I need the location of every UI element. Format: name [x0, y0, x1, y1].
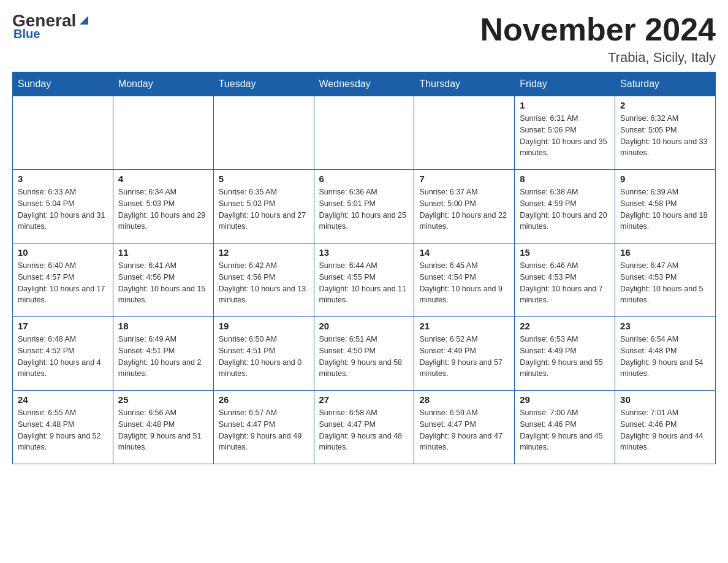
day-info: Sunrise: 6:35 AMSunset: 5:02 PMDaylight:… — [219, 186, 309, 232]
calendar-cell: 21Sunrise: 6:52 AMSunset: 4:49 PMDayligh… — [414, 317, 515, 391]
day-number: 15 — [520, 247, 610, 258]
calendar-cell: 14Sunrise: 6:45 AMSunset: 4:54 PMDayligh… — [414, 243, 515, 317]
day-number: 24 — [18, 394, 108, 405]
svg-marker-0 — [80, 16, 88, 25]
calendar-cell: 5Sunrise: 6:35 AMSunset: 5:02 PMDaylight… — [213, 170, 314, 243]
calendar-cell: 18Sunrise: 6:49 AMSunset: 4:51 PMDayligh… — [113, 317, 213, 391]
day-info: Sunrise: 6:49 AMSunset: 4:51 PMDaylight:… — [118, 334, 208, 380]
day-number: 20 — [319, 321, 409, 331]
calendar-cell: 28Sunrise: 6:59 AMSunset: 4:47 PMDayligh… — [414, 391, 515, 464]
day-info: Sunrise: 6:36 AMSunset: 5:01 PMDaylight:… — [319, 186, 409, 232]
day-number: 22 — [520, 321, 610, 331]
weekday-header-saturday: Saturday — [615, 72, 716, 96]
weekday-header-wednesday: Wednesday — [314, 72, 414, 96]
day-number: 4 — [118, 174, 208, 184]
calendar-cell: 11Sunrise: 6:41 AMSunset: 4:56 PMDayligh… — [113, 243, 213, 317]
calendar-cell: 8Sunrise: 6:38 AMSunset: 4:59 PMDaylight… — [515, 170, 615, 243]
calendar-cell — [213, 96, 314, 170]
calendar-cell: 4Sunrise: 6:34 AMSunset: 5:03 PMDaylight… — [113, 170, 213, 243]
calendar-cell — [314, 96, 414, 170]
day-info: Sunrise: 6:31 AMSunset: 5:06 PMDaylight:… — [520, 113, 610, 159]
day-info: Sunrise: 6:32 AMSunset: 5:05 PMDaylight:… — [620, 113, 710, 159]
day-number: 7 — [419, 174, 509, 184]
month-title: November 2024 — [480, 12, 716, 47]
title-section: November 2024 Trabia, Sicily, Italy — [480, 12, 716, 66]
weekday-header-tuesday: Tuesday — [213, 72, 314, 96]
calendar-cell: 26Sunrise: 6:57 AMSunset: 4:47 PMDayligh… — [213, 391, 314, 464]
calendar-cell: 13Sunrise: 6:44 AMSunset: 4:55 PMDayligh… — [314, 243, 414, 317]
logo: General Blue — [12, 12, 91, 41]
calendar-cell: 7Sunrise: 6:37 AMSunset: 5:00 PMDaylight… — [414, 170, 515, 243]
calendar-cell — [13, 96, 113, 170]
day-info: Sunrise: 7:01 AMSunset: 4:46 PMDaylight:… — [620, 407, 710, 453]
day-number: 26 — [219, 394, 309, 405]
calendar-cell: 23Sunrise: 6:54 AMSunset: 4:48 PMDayligh… — [615, 317, 716, 391]
calendar-cell: 9Sunrise: 6:39 AMSunset: 4:58 PMDaylight… — [615, 170, 716, 243]
calendar-cell: 1Sunrise: 6:31 AMSunset: 5:06 PMDaylight… — [515, 96, 615, 170]
calendar-table: SundayMondayTuesdayWednesdayThursdayFrid… — [12, 72, 716, 464]
day-info: Sunrise: 6:41 AMSunset: 4:56 PMDaylight:… — [118, 260, 208, 306]
calendar-cell: 17Sunrise: 6:48 AMSunset: 4:52 PMDayligh… — [13, 317, 113, 391]
calendar-cell: 16Sunrise: 6:47 AMSunset: 4:53 PMDayligh… — [615, 243, 716, 317]
day-number: 3 — [18, 174, 108, 184]
calendar-cell: 25Sunrise: 6:56 AMSunset: 4:48 PMDayligh… — [113, 391, 213, 464]
calendar-cell: 22Sunrise: 6:53 AMSunset: 4:49 PMDayligh… — [515, 317, 615, 391]
day-number: 2 — [620, 100, 710, 110]
day-info: Sunrise: 6:52 AMSunset: 4:49 PMDaylight:… — [419, 334, 509, 380]
calendar-cell — [414, 96, 515, 170]
day-number: 14 — [419, 247, 509, 258]
logo-triangle-icon — [77, 13, 91, 27]
day-info: Sunrise: 6:34 AMSunset: 5:03 PMDaylight:… — [118, 186, 208, 232]
day-number: 18 — [118, 321, 208, 331]
day-number: 19 — [219, 321, 309, 331]
day-number: 1 — [520, 100, 610, 110]
calendar-cell — [113, 96, 213, 170]
calendar-cell: 27Sunrise: 6:58 AMSunset: 4:47 PMDayligh… — [314, 391, 414, 464]
calendar-cell: 20Sunrise: 6:51 AMSunset: 4:50 PMDayligh… — [314, 317, 414, 391]
day-info: Sunrise: 6:58 AMSunset: 4:47 PMDaylight:… — [319, 407, 409, 453]
calendar-cell: 12Sunrise: 6:42 AMSunset: 4:56 PMDayligh… — [213, 243, 314, 317]
day-number: 10 — [18, 247, 108, 258]
day-number: 9 — [620, 174, 710, 184]
logo-blue: Blue — [13, 27, 40, 41]
calendar-cell: 3Sunrise: 6:33 AMSunset: 5:04 PMDaylight… — [13, 170, 113, 243]
day-info: Sunrise: 6:42 AMSunset: 4:56 PMDaylight:… — [219, 260, 309, 306]
week-row-4: 17Sunrise: 6:48 AMSunset: 4:52 PMDayligh… — [13, 317, 716, 391]
calendar-cell: 30Sunrise: 7:01 AMSunset: 4:46 PMDayligh… — [615, 391, 716, 464]
day-info: Sunrise: 6:51 AMSunset: 4:50 PMDaylight:… — [319, 334, 409, 380]
day-number: 28 — [419, 394, 509, 405]
day-number: 16 — [620, 247, 710, 258]
day-info: Sunrise: 6:55 AMSunset: 4:48 PMDaylight:… — [18, 407, 108, 453]
calendar-cell: 29Sunrise: 7:00 AMSunset: 4:46 PMDayligh… — [515, 391, 615, 464]
day-info: Sunrise: 7:00 AMSunset: 4:46 PMDaylight:… — [520, 407, 610, 453]
day-info: Sunrise: 6:56 AMSunset: 4:48 PMDaylight:… — [118, 407, 208, 453]
day-number: 21 — [419, 321, 509, 331]
calendar-cell: 15Sunrise: 6:46 AMSunset: 4:53 PMDayligh… — [515, 243, 615, 317]
week-row-5: 24Sunrise: 6:55 AMSunset: 4:48 PMDayligh… — [13, 391, 716, 464]
page-header: General Blue November 2024 Trabia, Sicil… — [12, 12, 716, 66]
day-info: Sunrise: 6:54 AMSunset: 4:48 PMDaylight:… — [620, 334, 710, 380]
calendar-cell: 24Sunrise: 6:55 AMSunset: 4:48 PMDayligh… — [13, 391, 113, 464]
calendar-cell: 6Sunrise: 6:36 AMSunset: 5:01 PMDaylight… — [314, 170, 414, 243]
day-number: 29 — [520, 394, 610, 405]
day-info: Sunrise: 6:48 AMSunset: 4:52 PMDaylight:… — [18, 334, 108, 380]
day-number: 27 — [319, 394, 409, 405]
day-number: 11 — [118, 247, 208, 258]
day-number: 5 — [219, 174, 309, 184]
day-info: Sunrise: 6:47 AMSunset: 4:53 PMDaylight:… — [620, 260, 710, 306]
weekday-header-thursday: Thursday — [414, 72, 515, 96]
day-info: Sunrise: 6:33 AMSunset: 5:04 PMDaylight:… — [18, 186, 108, 232]
week-row-2: 3Sunrise: 6:33 AMSunset: 5:04 PMDaylight… — [13, 170, 716, 243]
day-info: Sunrise: 6:37 AMSunset: 5:00 PMDaylight:… — [419, 186, 509, 232]
weekday-header-monday: Monday — [113, 72, 213, 96]
day-info: Sunrise: 6:44 AMSunset: 4:55 PMDaylight:… — [319, 260, 409, 306]
day-number: 25 — [118, 394, 208, 405]
day-number: 8 — [520, 174, 610, 184]
day-number: 13 — [319, 247, 409, 258]
calendar-cell: 2Sunrise: 6:32 AMSunset: 5:05 PMDaylight… — [615, 96, 716, 170]
day-info: Sunrise: 6:38 AMSunset: 4:59 PMDaylight:… — [520, 186, 610, 232]
day-info: Sunrise: 6:53 AMSunset: 4:49 PMDaylight:… — [520, 334, 610, 380]
day-info: Sunrise: 6:40 AMSunset: 4:57 PMDaylight:… — [18, 260, 108, 306]
week-row-1: 1Sunrise: 6:31 AMSunset: 5:06 PMDaylight… — [13, 96, 716, 170]
day-info: Sunrise: 6:57 AMSunset: 4:47 PMDaylight:… — [219, 407, 309, 453]
